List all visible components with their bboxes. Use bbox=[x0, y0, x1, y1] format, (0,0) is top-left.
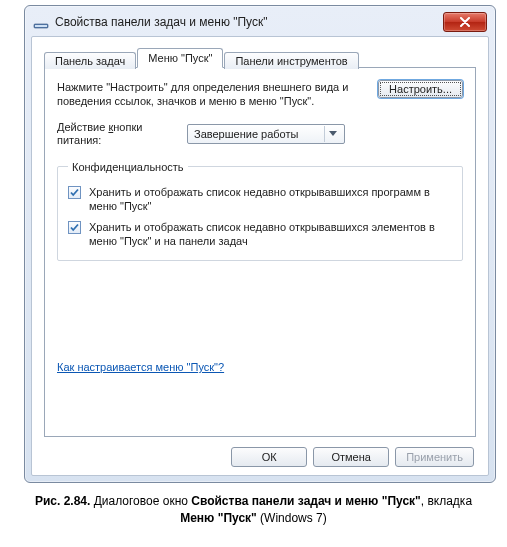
cancel-button[interactable]: Отмена bbox=[313, 447, 389, 467]
dialog-button-row: ОК Отмена Применить bbox=[44, 437, 476, 467]
checkbox-recent-items[interactable] bbox=[68, 221, 81, 234]
apply-button-label: Применить bbox=[406, 451, 463, 463]
ok-button-label: ОК bbox=[262, 451, 277, 463]
window-icon bbox=[33, 14, 49, 30]
checkbox-recent-programs-label: Хранить и отображать список недавно откр… bbox=[89, 185, 452, 214]
privacy-legend: Конфиденциальность bbox=[68, 161, 188, 173]
help-link[interactable]: Как настраивается меню "Пуск"? bbox=[57, 361, 224, 373]
svg-rect-1 bbox=[35, 25, 47, 27]
ok-button[interactable]: ОК bbox=[231, 447, 307, 467]
titlebar: Свойства панели задач и меню "Пуск" bbox=[31, 12, 489, 36]
checkbox-recent-items-label: Хранить и отображать список недавно откр… bbox=[89, 220, 452, 249]
tab-startmenu-label: Меню "Пуск" bbox=[148, 52, 212, 64]
tab-taskbar[interactable]: Панель задач bbox=[44, 52, 136, 69]
power-action-value: Завершение работы bbox=[194, 128, 324, 140]
tab-taskbar-label: Панель задач bbox=[55, 55, 125, 67]
check-icon bbox=[69, 222, 80, 233]
tabstrip: Панель задач Меню "Пуск" Панели инструме… bbox=[44, 48, 476, 68]
tab-panel-startmenu: Нажмите "Настроить" для определения внеш… bbox=[44, 67, 476, 437]
customize-button[interactable]: Настроить... bbox=[378, 80, 463, 98]
power-action-label: Действие кнопки питания: bbox=[57, 121, 175, 147]
checkbox-recent-programs[interactable] bbox=[68, 186, 81, 199]
check-icon bbox=[69, 187, 80, 198]
tab-startmenu[interactable]: Меню "Пуск" bbox=[137, 48, 223, 68]
customize-button-label: Настроить... bbox=[389, 83, 452, 95]
apply-button[interactable]: Применить bbox=[395, 447, 474, 467]
power-action-select[interactable]: Завершение работы bbox=[187, 124, 345, 144]
privacy-group: Конфиденциальность Хранить и отображать … bbox=[57, 161, 463, 261]
window-title: Свойства панели задач и меню "Пуск" bbox=[55, 15, 443, 29]
tab-toolbars-label: Панели инструментов bbox=[235, 55, 347, 67]
tab-toolbars[interactable]: Панели инструментов bbox=[224, 52, 358, 69]
dialog-body: Панель задач Меню "Пуск" Панели инструме… bbox=[31, 36, 489, 476]
cancel-button-label: Отмена bbox=[331, 451, 370, 463]
instruction-text: Нажмите "Настроить" для определения внеш… bbox=[57, 80, 366, 109]
figure-caption: Рис. 2.84. Диалоговое окно Свойства пане… bbox=[12, 493, 495, 527]
chevron-down-icon bbox=[324, 126, 340, 142]
window-frame: Свойства панели задач и меню "Пуск" Пане… bbox=[24, 5, 496, 483]
close-button[interactable] bbox=[443, 12, 487, 32]
close-icon bbox=[459, 17, 471, 27]
